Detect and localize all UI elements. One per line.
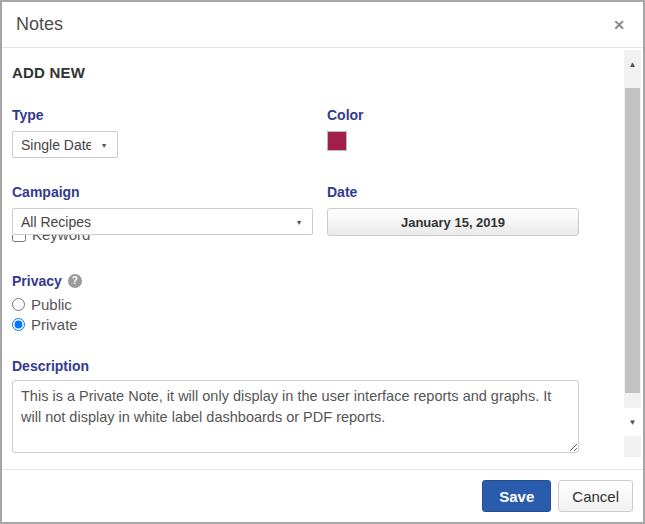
date-field: Date January 15, 2019 xyxy=(327,184,596,236)
modal-title: Notes xyxy=(16,14,63,35)
vertical-scrollbar[interactable]: ▲ ▼ xyxy=(624,50,641,457)
scroll-up-icon[interactable]: ▲ xyxy=(624,50,641,78)
modal-header: Notes ✕ xyxy=(2,2,643,48)
section-heading: ADD NEW xyxy=(12,64,596,81)
scrollbar-thumb[interactable] xyxy=(625,88,640,393)
campaign-select[interactable]: All Recipes xyxy=(12,208,313,235)
add-new-form: ADD NEW Type Single Date Color xyxy=(2,48,643,457)
description-field: Description This is a Private Note, it w… xyxy=(12,358,596,457)
save-button[interactable]: Save xyxy=(482,480,551,512)
type-label: Type xyxy=(12,107,327,123)
scroll-down-icon[interactable]: ▼ xyxy=(624,408,641,436)
color-swatch[interactable] xyxy=(327,131,347,151)
date-label: Date xyxy=(327,184,596,200)
modal-footer: Save Cancel xyxy=(2,469,643,522)
campaign-field: Campaign All Recipes xyxy=(12,184,327,236)
type-select[interactable]: Single Date xyxy=(12,131,118,158)
campaign-label: Campaign xyxy=(12,184,327,200)
date-picker-button[interactable]: January 15, 2019 xyxy=(327,208,579,236)
color-label: Color xyxy=(327,107,596,123)
type-field: Type Single Date xyxy=(12,107,327,158)
description-textarea[interactable]: This is a Private Note, it will only dis… xyxy=(12,380,579,453)
privacy-header: Privacy ? xyxy=(12,273,596,289)
privacy-label: Privacy xyxy=(12,273,62,289)
public-radio[interactable] xyxy=(12,298,25,311)
type-color-row: Type Single Date Color xyxy=(12,107,596,158)
description-label: Description xyxy=(12,358,596,374)
private-label[interactable]: Private xyxy=(31,316,78,333)
color-field: Color xyxy=(327,107,596,158)
campaign-select-wrap: All Recipes xyxy=(12,208,313,235)
privacy-field: Privacy ? Public Private xyxy=(12,273,596,333)
type-select-wrap: Single Date xyxy=(12,131,118,158)
modal-body: ADD NEW Type Single Date Color xyxy=(2,48,643,469)
public-label[interactable]: Public xyxy=(31,296,72,313)
help-icon[interactable]: ? xyxy=(68,274,82,288)
privacy-option-public: Public xyxy=(12,295,596,313)
cancel-button[interactable]: Cancel xyxy=(558,480,633,512)
close-icon[interactable]: ✕ xyxy=(609,16,629,34)
campaign-date-row: Campaign All Recipes Date January 15, 20… xyxy=(12,184,596,236)
notes-modal: Notes ✕ ADD NEW Type Single Date Color xyxy=(0,0,645,524)
privacy-option-private: Private xyxy=(12,315,596,333)
private-radio[interactable] xyxy=(12,318,25,331)
